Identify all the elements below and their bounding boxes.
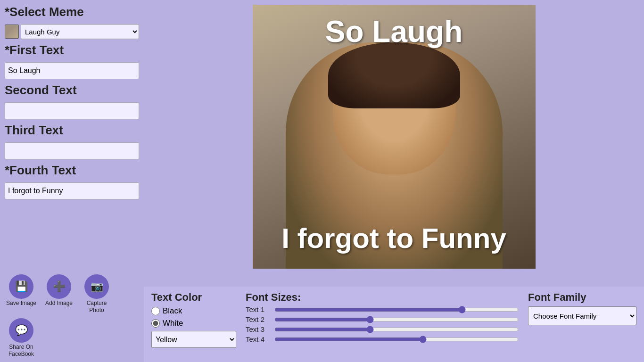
save-icon: 💾	[9, 274, 33, 299]
black-label: Black	[163, 306, 182, 316]
text2-slider[interactable]	[274, 318, 519, 321]
meme-select-row: Laugh Guy Doge Grumpy Cat	[5, 24, 139, 39]
font-family-section: Font Family Choose Font Family Impact Ar…	[528, 291, 636, 325]
share-facebook-label: Share On FaceBook	[5, 344, 38, 357]
white-radio-row[interactable]: White	[151, 319, 236, 328]
capture-photo-label: Capture Photo	[80, 300, 113, 313]
third-text-label: Third Text	[5, 123, 139, 138]
font-family-title: Font Family	[528, 291, 636, 304]
text1-slider-row: Text 1	[246, 305, 519, 313]
main-area: So Laugh I forgot to Funny Text Color Bl…	[144, 0, 644, 362]
text4-slider-row: Text 4	[246, 335, 519, 343]
save-image-button[interactable]: 💾 Save Image	[5, 274, 38, 313]
fourth-text-label: *Fourth Text	[5, 163, 139, 178]
text3-label: Text 3	[246, 325, 272, 333]
first-text-label: *First Text	[5, 43, 139, 58]
bottom-actions: 💾 Save Image ➕ Add Image 📷 Capture Photo…	[5, 271, 139, 357]
save-image-label: Save Image	[6, 300, 36, 306]
text2-label: Text 2	[246, 315, 272, 323]
color-dropdown[interactable]: Yellow Red Blue Green Orange Purple	[151, 331, 236, 348]
select-meme-label: *Select Meme	[5, 5, 139, 19]
text4-label: Text 4	[246, 335, 272, 343]
add-icon: ➕	[47, 274, 71, 299]
meme-thumb-img	[5, 25, 18, 39]
third-text-input[interactable]	[5, 142, 139, 159]
white-radio[interactable]	[151, 319, 160, 328]
black-radio[interactable]	[151, 307, 160, 315]
fourth-text-input[interactable]	[5, 182, 139, 199]
center-meme-area: So Laugh I forgot to Funny	[144, 0, 644, 287]
camera-icon: 📷	[84, 274, 109, 299]
meme-person-hair	[328, 42, 460, 108]
text1-label: Text 1	[246, 305, 272, 313]
white-label: White	[163, 319, 183, 328]
add-image-label: Add Image	[45, 300, 73, 306]
text3-slider-row: Text 3	[246, 325, 519, 333]
top-area: So Laugh I forgot to Funny	[144, 0, 644, 287]
second-text-input[interactable]	[5, 102, 139, 119]
meme-select-dropdown[interactable]: Laugh Guy Doge Grumpy Cat	[21, 24, 139, 39]
first-text-input[interactable]	[5, 62, 139, 79]
meme-canvas: So Laugh I forgot to Funny	[253, 5, 536, 269]
text4-slider[interactable]	[274, 337, 519, 341]
black-radio-row[interactable]: Black	[151, 306, 236, 316]
add-image-button[interactable]: ➕ Add Image	[42, 274, 75, 313]
second-text-label: Second Text	[5, 83, 139, 98]
meme-thumbnail	[5, 25, 19, 39]
text1-slider[interactable]	[274, 308, 519, 312]
font-family-dropdown[interactable]: Choose Font Family Impact Arial Comic Sa…	[528, 306, 636, 325]
text-color-section: Text Color Black White Yellow Red Blue G…	[151, 291, 236, 348]
share-facebook-button[interactable]: 💬 Share On FaceBook	[5, 318, 38, 357]
capture-photo-button[interactable]: 📷 Capture Photo	[80, 274, 113, 313]
controls-area: Text Color Black White Yellow Red Blue G…	[144, 287, 644, 362]
left-panel: *Select Meme Laugh Guy Doge Grumpy Cat *…	[0, 0, 144, 362]
text3-slider[interactable]	[274, 328, 519, 331]
meme-person-head	[333, 42, 455, 174]
facebook-icon: 💬	[9, 318, 33, 343]
meme-bottom-text: I forgot to Funny	[253, 222, 536, 255]
font-sizes-title: Font Sizes:	[246, 291, 519, 304]
font-sizes-section: Font Sizes: Text 1 Text 2 Text 3 Text 4	[246, 291, 519, 343]
meme-top-text: So Laugh	[253, 14, 536, 49]
text-color-title: Text Color	[151, 291, 236, 304]
text2-slider-row: Text 2	[246, 315, 519, 323]
